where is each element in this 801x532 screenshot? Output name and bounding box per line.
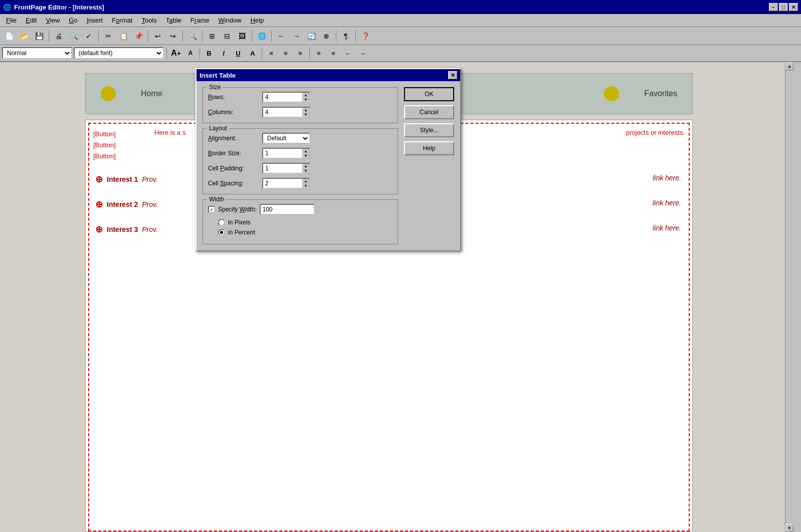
format-sep-2 [199, 48, 200, 59]
cols-input[interactable]: 4 [262, 107, 302, 118]
menu-frame[interactable]: Frame [186, 16, 214, 25]
rows-input[interactable]: 4 [262, 92, 302, 103]
spell-button[interactable]: ✓ [82, 29, 96, 43]
cut-button[interactable]: ✂ [101, 29, 115, 43]
in-percent-radio[interactable] [218, 229, 225, 236]
app-title: FrontPage Editor - [Interests] [14, 4, 104, 11]
redo-button[interactable]: ↪ [166, 29, 180, 43]
menu-format[interactable]: Format [108, 16, 136, 25]
alignment-dropdown[interactable]: Default Left Center Right [262, 133, 310, 144]
cell-padding-up[interactable]: ▲ [302, 164, 309, 168]
border-size-down[interactable]: ▼ [302, 153, 309, 158]
width-input[interactable] [260, 204, 315, 215]
menu-window[interactable]: Window [214, 16, 245, 25]
border-size-up[interactable]: ▲ [302, 149, 309, 153]
style-dropdown[interactable]: Normal [2, 47, 72, 59]
rows-spin-down[interactable]: ▼ [302, 97, 309, 102]
bullet-list-button[interactable]: ≡ [327, 47, 340, 60]
font-larger-button[interactable]: A+ [169, 47, 182, 60]
para-marks[interactable]: ¶ [339, 29, 353, 43]
layout-group: Layout Alignment: Default Left Center Ri… [203, 128, 398, 194]
border-size-label: Border Size: [208, 150, 258, 157]
save-button[interactable]: 💾 [32, 29, 46, 43]
border-size-row: Border Size: ▲ ▼ [208, 148, 392, 159]
dialog-body: Size Rows: 4 ▲ ▼ [196, 81, 460, 250]
back-button[interactable]: ← [274, 29, 288, 43]
font-smaller-button[interactable]: A [184, 47, 197, 60]
cell-spacing-down[interactable]: ▼ [302, 183, 309, 188]
style-button[interactable]: Style... [404, 123, 454, 137]
new-button[interactable]: 📄 [2, 29, 16, 43]
help-button[interactable]: ❓ [358, 29, 372, 43]
menu-tools[interactable]: Tools [137, 16, 160, 25]
specify-width-checkbox[interactable]: ✓ [208, 206, 215, 213]
menu-edit[interactable]: Edit [22, 16, 41, 25]
color-button[interactable]: A [246, 47, 259, 60]
align-left-button[interactable]: ≡ [265, 47, 278, 60]
format-sep-3 [262, 48, 262, 59]
close-button[interactable]: ✕ [789, 3, 798, 11]
rows-spinner: 4 ▲ ▼ [262, 92, 310, 103]
open-button[interactable]: 📂 [17, 29, 31, 43]
align-center-button[interactable]: ≡ [279, 47, 292, 60]
dialog-titlebar: Insert Table ✕ [196, 69, 460, 81]
decrease-indent-button[interactable]: ← [341, 47, 354, 60]
size-group-label: Size [207, 84, 223, 91]
toolbar: 📄 📂 💾 🖨 🔍 ✓ ✂ 📋 📌 ↩ ↪ 🔍 ⊞ ⊟ 🖼 🌐 ← → 🔄 ⊗ … [0, 27, 801, 45]
stop-button[interactable]: ⊗ [319, 29, 333, 43]
width-group: Width ✓ Specify Width: in Pixels i [203, 199, 398, 244]
underline-button[interactable]: U [232, 47, 245, 60]
cell-spacing-up[interactable]: ▲ [302, 179, 309, 183]
maximize-button[interactable]: □ [779, 3, 788, 11]
cell-padding-spinner: ▲ ▼ [262, 163, 310, 174]
in-pixels-radio[interactable] [218, 219, 225, 226]
search-button[interactable]: 🔍 [185, 29, 199, 43]
table-button[interactable]: ⊞ [205, 29, 219, 43]
copy-button[interactable]: 📋 [116, 29, 130, 43]
minimize-button[interactable]: − [769, 3, 778, 11]
cell-padding-input[interactable] [262, 163, 302, 174]
ok-button[interactable]: OK [404, 87, 454, 101]
cell-spacing-input[interactable] [262, 178, 302, 189]
cell-padding-row: Cell Padding: ▲ ▼ [208, 163, 392, 174]
refresh-button[interactable]: 🔄 [304, 29, 318, 43]
print-button[interactable]: 🖨 [52, 29, 66, 43]
size-group: Size Rows: 4 ▲ ▼ [203, 87, 398, 123]
cell-spacing-row: Cell Spacing: ▲ ▼ [208, 178, 392, 189]
preview-button[interactable]: 🔍 [67, 29, 81, 43]
help-button[interactable]: Help [404, 141, 454, 155]
format-sep-1 [166, 48, 167, 59]
italic-button[interactable]: I [217, 47, 230, 60]
numbered-list-button[interactable]: ≡ [312, 47, 325, 60]
in-pixels-row: in Pixels [208, 219, 392, 226]
cancel-button[interactable]: Cancel [404, 105, 454, 119]
align-right-button[interactable]: ≡ [294, 47, 307, 60]
undo-button[interactable]: ↩ [151, 29, 165, 43]
rows-row: Rows: 4 ▲ ▼ [208, 92, 392, 103]
forward-button[interactable]: → [289, 29, 303, 43]
web-button[interactable]: 🌐 [255, 29, 269, 43]
font-dropdown[interactable]: (default font) [74, 47, 164, 59]
menu-table[interactable]: Table [162, 16, 185, 25]
dialog-close-button[interactable]: ✕ [448, 71, 457, 79]
image-button[interactable]: 🖼 [235, 29, 249, 43]
cell-spacing-label: Cell Spacing: [208, 180, 258, 187]
toolbar-sep-6 [252, 30, 252, 42]
menu-insert[interactable]: Insert [83, 16, 107, 25]
grid-button[interactable]: ⊟ [220, 29, 234, 43]
paste-button[interactable]: 📌 [131, 29, 145, 43]
alignment-label: Alignment: [208, 135, 258, 142]
cols-spin-down[interactable]: ▼ [302, 112, 309, 117]
toolbar-sep-2 [98, 30, 99, 42]
menu-go[interactable]: Go [65, 16, 81, 25]
in-percent-row: in Percent [208, 229, 392, 236]
menu-help[interactable]: Help [247, 16, 268, 25]
cell-padding-down[interactable]: ▼ [302, 168, 309, 173]
menu-file[interactable]: File [2, 16, 21, 25]
rows-spin-up[interactable]: ▲ [302, 93, 309, 97]
increase-indent-button[interactable]: → [356, 47, 369, 60]
bold-button[interactable]: B [203, 47, 216, 60]
border-size-input[interactable] [262, 148, 302, 159]
menu-view[interactable]: View [42, 16, 64, 25]
cols-spin-up[interactable]: ▲ [302, 108, 309, 112]
